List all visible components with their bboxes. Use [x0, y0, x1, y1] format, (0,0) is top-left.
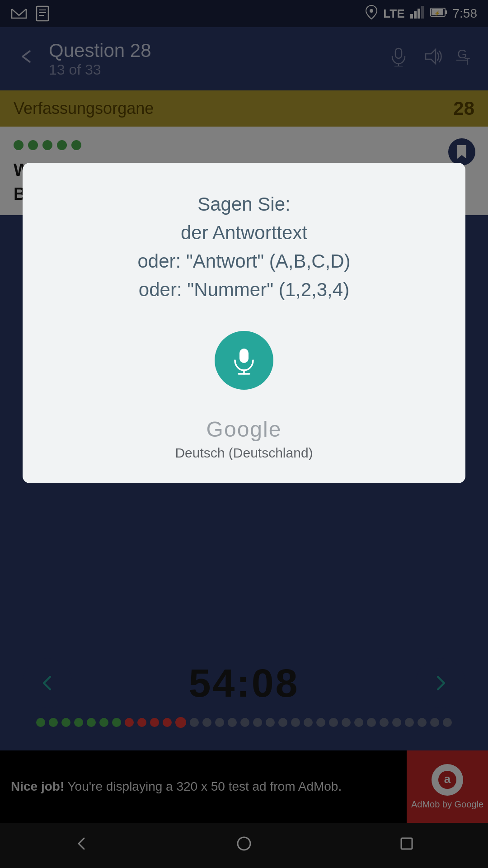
svg-rect-21 — [239, 349, 249, 363]
google-branding: Google Deutsch (Deutschland) — [175, 417, 313, 461]
voice-mic-button[interactable] — [215, 331, 273, 390]
google-locale: Deutsch (Deutschland) — [175, 445, 313, 461]
google-label: Google — [206, 417, 282, 442]
voice-dialog: Sagen Sie: der Antworttext oder: "Antwor… — [23, 163, 465, 483]
dialog-instruction: Sagen Sie: der Antworttext oder: "Antwor… — [138, 190, 351, 304]
